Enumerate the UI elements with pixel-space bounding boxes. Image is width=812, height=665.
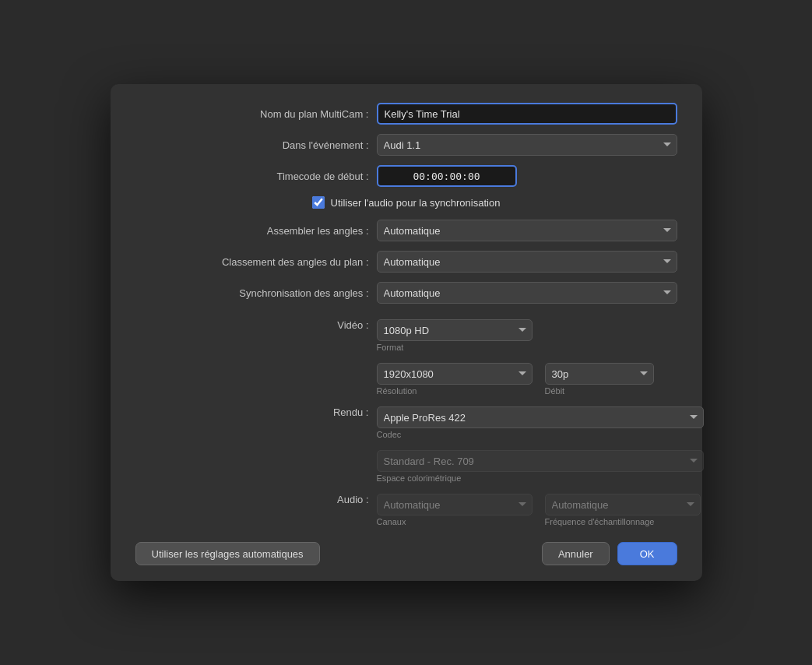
colorimetrie-select[interactable]: Standard - Rec. 709 — [377, 450, 704, 472]
video-format-sublabel: Format — [377, 343, 533, 352]
colorimetrie-content: Standard - Rec. 709 Espace colorimétriqu… — [377, 450, 704, 483]
timecode-row: Timecode de début : — [135, 165, 677, 187]
classement-row: Classement des angles du plan : Automati… — [135, 251, 677, 273]
evenement-row: Dans l'événement : Audi 1.1 — [135, 134, 677, 156]
audio-row: Audio : Automatique Canaux Automatique F… — [135, 494, 677, 526]
assembler-label: Assembler les angles : — [135, 225, 377, 237]
colorimetrie-sublabel: Espace colorimétrique — [377, 473, 704, 483]
timecode-label: Timecode de début : — [135, 171, 377, 182]
resolution-select[interactable]: 1920x1080 — [377, 363, 533, 385]
debit-sublabel: Débit — [545, 386, 654, 396]
rendu-label: Rendu : — [135, 406, 377, 418]
classement-label: Classement des angles du plan : — [135, 256, 377, 268]
resolution-sublabel: Résolution — [377, 386, 533, 396]
colorimetrie-row: Standard - Rec. 709 Espace colorimétriqu… — [135, 450, 677, 483]
audio-label: Audio : — [135, 494, 377, 505]
video-label: Vidéo : — [135, 319, 377, 331]
sync-angles-label: Synchronisation des angles : — [135, 287, 377, 299]
sync-angles-select[interactable]: Automatique — [377, 282, 677, 304]
sync-angles-row: Synchronisation des angles : Automatique — [135, 282, 677, 304]
audio-content: Automatique Canaux Automatique Fréquence… — [377, 494, 701, 526]
rendu-select[interactable]: Apple ProRes 422 — [377, 406, 704, 428]
audio-sync-row: Utiliser l'audio pour la synchronisation — [135, 196, 677, 209]
dialog: Nom du plan MultiCam : Dans l'événement … — [111, 84, 702, 581]
debit-select[interactable]: 30p — [545, 363, 654, 385]
resolution-debit-row: 1920x1080 Résolution 30p Débit — [135, 363, 677, 396]
audio-canaux-select[interactable]: Automatique — [377, 494, 533, 515]
video-row: Vidéo : 1080p HD Format — [135, 319, 677, 352]
rendu-row: Rendu : Apple ProRes 422 Codec — [135, 406, 677, 439]
footer: Utiliser les réglages automatiques Annul… — [135, 542, 677, 565]
nom-row: Nom du plan MultiCam : — [135, 103, 677, 125]
audio-canaux-group: Automatique Canaux — [377, 494, 533, 526]
evenement-label: Dans l'événement : — [135, 139, 377, 151]
assembler-row: Assembler les angles : Automatique — [135, 220, 677, 241]
evenement-select[interactable]: Audi 1.1 — [377, 134, 677, 156]
ok-button[interactable]: OK — [617, 542, 677, 565]
debit-group: 30p Débit — [545, 363, 654, 396]
audio-canaux-sublabel: Canaux — [377, 517, 533, 526]
resolution-group: 1920x1080 Résolution — [377, 363, 533, 396]
audio-sync-checkbox[interactable] — [312, 196, 325, 209]
timecode-input[interactable] — [377, 165, 517, 187]
nom-label: Nom du plan MultiCam : — [135, 108, 377, 120]
video-format-select[interactable]: 1080p HD — [377, 319, 533, 341]
cancel-button[interactable]: Annuler — [542, 542, 610, 565]
auto-settings-button[interactable]: Utiliser les réglages automatiques — [135, 542, 320, 565]
rendu-content: Apple ProRes 422 Codec — [377, 406, 704, 439]
nom-input[interactable] — [377, 103, 677, 125]
assembler-select[interactable]: Automatique — [377, 220, 677, 241]
audio-freq-select[interactable]: Automatique — [545, 494, 701, 515]
audio-sync-label[interactable]: Utiliser l'audio pour la synchronisation — [331, 197, 501, 209]
audio-freq-group: Automatique Fréquence d'échantillonnage — [545, 494, 701, 526]
footer-right: Annuler OK — [542, 542, 677, 565]
rendu-sublabel: Codec — [377, 430, 704, 439]
classement-select[interactable]: Automatique — [377, 251, 677, 273]
video-content: 1080p HD Format — [377, 319, 533, 352]
resolution-debit-content: 1920x1080 Résolution 30p Débit — [377, 363, 654, 396]
audio-freq-sublabel: Fréquence d'échantillonnage — [545, 517, 701, 526]
